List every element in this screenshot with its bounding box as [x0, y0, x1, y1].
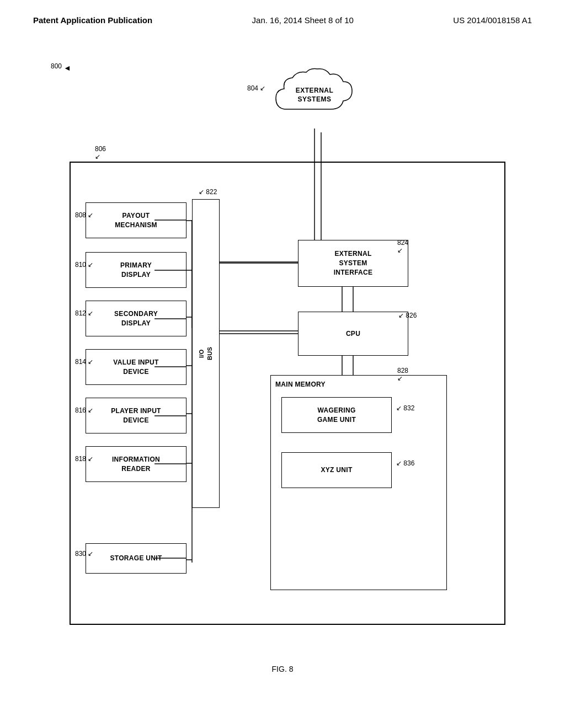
io-bus-box: I/OBUS	[192, 199, 220, 508]
box-xyz-unit: XYZ UNIT	[281, 452, 392, 488]
header-left: Patent Application Publication	[33, 15, 152, 25]
box-cpu: CPU	[298, 312, 408, 356]
label-812: 812 ↙	[75, 309, 93, 317]
label-814: 814 ↙	[75, 358, 93, 366]
label-806: 806↙	[95, 145, 106, 160]
figure-caption: FIG. 8	[0, 665, 565, 673]
cloud-external-systems: EXTERNAL SYSTEMS	[270, 62, 359, 129]
label-800: 800	[51, 62, 62, 70]
label-816: 816 ↙	[75, 406, 93, 414]
label-830: 830 ↙	[75, 550, 93, 558]
cloud-text: EXTERNAL SYSTEMS	[296, 87, 334, 104]
label-808: 808 ↙	[75, 211, 93, 219]
box-storage-unit: STORAGE UNIT	[86, 543, 186, 574]
arrow-800: ◄	[63, 63, 71, 72]
box-information-reader: INFORMATIONREADER	[86, 446, 186, 482]
box-secondary-display: SECONDARYDISPLAY	[86, 301, 186, 336]
header-center: Jan. 16, 2014 Sheet 8 of 10	[252, 15, 354, 25]
box-wagering-game-unit: WAGERINGGAME UNIT	[281, 397, 392, 433]
label-824: 824↙	[397, 239, 408, 254]
box-primary-display: PRIMARYDISPLAY	[86, 252, 186, 288]
box-payout-mechanism: PAYOUTMECHANISM	[86, 202, 186, 238]
box-external-system-interface: EXTERNALSYSTEMINTERFACE	[298, 240, 408, 287]
label-818: 818 ↙	[75, 455, 93, 463]
label-836: ↙ 836	[396, 459, 414, 467]
box-player-input-device: PLAYER INPUTDEVICE	[86, 398, 186, 433]
label-828: 828↙	[397, 367, 408, 382]
label-832: ↙ 832	[396, 404, 414, 412]
label-810: 810 ↙	[75, 261, 93, 269]
label-826: ↙ 826	[398, 312, 417, 319]
label-822: ↙ 822	[199, 188, 217, 196]
box-value-input-device: VALUE INPUTDEVICE	[86, 349, 186, 385]
diagram-area: 800 ◄ EXTERNAL SYSTEMS 804 ↙ 806↙ I/OBUS…	[0, 25, 565, 659]
header-right: US 2014/0018158 A1	[453, 15, 532, 25]
header: Patent Application Publication Jan. 16, …	[0, 0, 565, 25]
page: Patent Application Publication Jan. 16, …	[0, 0, 565, 728]
label-804: 804 ↙	[247, 84, 265, 92]
